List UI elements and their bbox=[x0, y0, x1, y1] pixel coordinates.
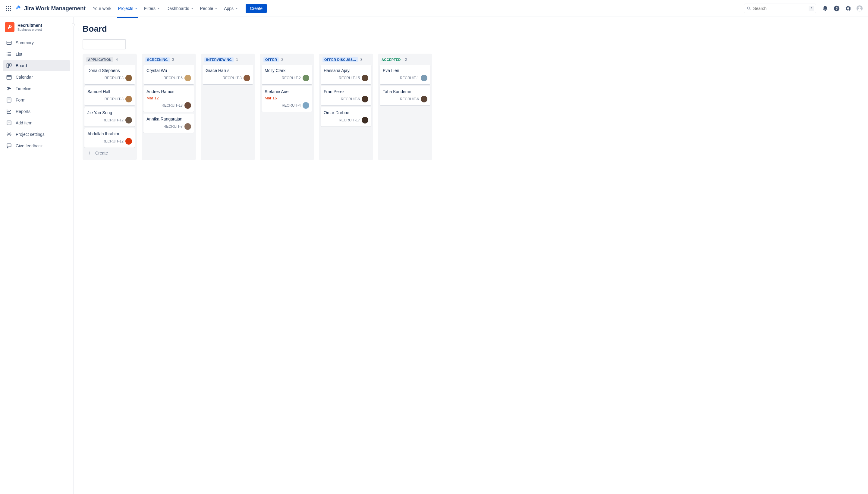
summary-icon bbox=[6, 40, 12, 46]
board-card[interactable]: Samuel HallRECRUIT-8 bbox=[85, 86, 135, 106]
assignee-avatar bbox=[362, 96, 368, 102]
notifications-button[interactable] bbox=[820, 4, 830, 13]
help-icon: ? bbox=[833, 5, 840, 12]
card-title: Stefanie Auer bbox=[265, 89, 309, 94]
column-count: 3 bbox=[361, 58, 363, 62]
card-title: Crystal Wu bbox=[146, 68, 191, 73]
app-switcher-button[interactable] bbox=[4, 4, 13, 13]
search-input[interactable] bbox=[753, 6, 807, 11]
sidebar: Recruitment Business project SummaryList… bbox=[0, 17, 74, 494]
sidebar-item-project-settings[interactable]: Project settings bbox=[3, 129, 70, 140]
reports-icon bbox=[6, 109, 12, 114]
board-search[interactable] bbox=[82, 39, 126, 50]
board-card[interactable]: Molly ClarkRECRUIT-2 bbox=[262, 65, 312, 84]
nav-item-apps[interactable]: Apps bbox=[221, 4, 241, 13]
assignee-avatar bbox=[302, 75, 309, 81]
board-search-input[interactable] bbox=[87, 42, 140, 47]
profile-icon bbox=[856, 5, 863, 12]
svg-rect-16 bbox=[7, 75, 12, 79]
create-button[interactable]: Create bbox=[246, 4, 267, 13]
board-card[interactable]: Stefanie AuerMar 16RECRUIT-4 bbox=[262, 86, 312, 112]
svg-rect-14 bbox=[7, 63, 9, 68]
sidebar-item-form[interactable]: Form bbox=[3, 95, 70, 106]
board-column: OFFER DISCUSS…3Hassana AjayiRECRUIT-15Fr… bbox=[319, 54, 373, 160]
nav-item-dashboards[interactable]: Dashboards bbox=[163, 4, 197, 13]
sidebar-item-give-feedback[interactable]: Give feedback bbox=[3, 140, 70, 151]
global-search[interactable]: / bbox=[744, 4, 816, 13]
sidebar-item-summary[interactable]: Summary bbox=[3, 37, 70, 48]
nav-item-label: Apps bbox=[224, 6, 234, 11]
sidebar-item-add-item[interactable]: Add item bbox=[3, 117, 70, 128]
board-column: SCREENING3Crystal WuRECRUIT-6Andres Ramo… bbox=[142, 54, 196, 160]
column-title: INTERVIEWING bbox=[204, 57, 234, 62]
card-key: RECRUIT-12 bbox=[103, 118, 124, 122]
chevron-down-icon bbox=[235, 8, 238, 9]
column-header[interactable]: OFFER2 bbox=[262, 57, 312, 65]
sidebar-item-board[interactable]: Board bbox=[3, 60, 70, 71]
card-key: RECRUIT-8 bbox=[105, 97, 124, 101]
project-settings-icon bbox=[6, 131, 12, 137]
column-title: ACCEPTED bbox=[382, 57, 403, 62]
sidebar-item-label: Summary bbox=[16, 40, 34, 45]
settings-button[interactable] bbox=[843, 4, 853, 13]
assignee-avatar bbox=[302, 102, 309, 109]
board-card[interactable]: Abdullah IbrahimRECRUIT-12 bbox=[85, 128, 135, 148]
card-key: RECRUIT-6 bbox=[341, 97, 360, 101]
board-card[interactable]: Andres RamosMar 12RECRUIT-18 bbox=[144, 86, 194, 112]
sidebar-item-label: Add item bbox=[16, 120, 32, 125]
column-count: 1 bbox=[236, 58, 238, 62]
nav-item-label: People bbox=[200, 6, 214, 11]
board-card[interactable]: Hassana AjayiRECRUIT-15 bbox=[321, 65, 371, 84]
card-title: Samuel Hall bbox=[87, 89, 132, 94]
column-create-button[interactable]: Create bbox=[85, 148, 135, 156]
column-title: SCREENING bbox=[145, 57, 170, 62]
card-due-date: Mar 16 bbox=[265, 96, 309, 100]
sidebar-item-reports[interactable]: Reports bbox=[3, 106, 70, 117]
nav-item-filters[interactable]: Filters bbox=[141, 4, 163, 13]
board-card[interactable]: Fran PerezRECRUIT-6 bbox=[321, 86, 371, 106]
column-header[interactable]: APPLICATION4 bbox=[85, 57, 135, 65]
column-count: 4 bbox=[116, 58, 118, 62]
nav-item-projects[interactable]: Projects bbox=[115, 4, 141, 13]
card-title: Abdullah Ibrahim bbox=[87, 131, 132, 136]
assignee-avatar bbox=[362, 75, 368, 81]
column-header[interactable]: SCREENING3 bbox=[144, 57, 194, 65]
card-key: RECRUIT-8 bbox=[105, 76, 124, 80]
column-title: OFFER bbox=[263, 57, 279, 62]
card-key: RECRUIT-18 bbox=[162, 103, 183, 108]
board-card[interactable]: Eva LienRECRUIT-1 bbox=[380, 65, 430, 84]
sidebar-item-label: Calendar bbox=[16, 75, 33, 79]
wrench-icon bbox=[7, 24, 13, 30]
board-card[interactable]: Annika RangarajanRECRUIT-7 bbox=[144, 114, 194, 133]
card-title: Andres Ramos bbox=[146, 89, 191, 94]
help-button[interactable]: ? bbox=[832, 4, 842, 13]
svg-point-0 bbox=[747, 7, 750, 9]
sidebar-item-calendar[interactable]: Calendar bbox=[3, 72, 70, 82]
board-card[interactable]: Jie Yan SongRECRUIT-12 bbox=[85, 107, 135, 127]
svg-point-31 bbox=[8, 134, 10, 135]
board-card[interactable]: Omar DarboeRECRUIT-17 bbox=[321, 107, 371, 127]
nav-item-label: Projects bbox=[118, 6, 133, 11]
board-column: ACCEPTED2Eva LienRECRUIT-1Taha KandemirR… bbox=[378, 54, 432, 160]
svg-rect-15 bbox=[10, 63, 12, 66]
nav-item-people[interactable]: People bbox=[197, 4, 221, 13]
gear-icon bbox=[845, 5, 851, 12]
board-card[interactable]: Crystal WuRECRUIT-6 bbox=[144, 65, 194, 84]
board-card[interactable]: Taha KandemirRECRUIT-6 bbox=[380, 86, 430, 106]
chevron-down-icon bbox=[157, 8, 160, 9]
column-header[interactable]: INTERVIEWING1 bbox=[203, 57, 253, 65]
sidebar-item-label: Timeline bbox=[16, 86, 31, 91]
project-header[interactable]: Recruitment Business project bbox=[3, 22, 70, 37]
column-header[interactable]: ACCEPTED2 bbox=[380, 57, 430, 65]
sidebar-item-list[interactable]: List bbox=[3, 49, 70, 60]
board-card[interactable]: Donald StephensRECRUIT-8 bbox=[85, 65, 135, 84]
product-logo[interactable]: Jira Work Management bbox=[16, 5, 86, 12]
profile-button[interactable] bbox=[855, 4, 864, 13]
sidebar-item-label: Form bbox=[16, 98, 25, 102]
column-header[interactable]: OFFER DISCUSS…3 bbox=[321, 57, 371, 65]
main-content: Board APPLICATION4Donald StephensRECRUIT… bbox=[74, 17, 868, 494]
bell-icon bbox=[822, 5, 829, 12]
board-card[interactable]: Grace HarrisRECRUIT-3 bbox=[203, 65, 253, 84]
nav-item-your-work[interactable]: Your work bbox=[90, 4, 114, 13]
sidebar-item-timeline[interactable]: Timeline bbox=[3, 83, 70, 94]
